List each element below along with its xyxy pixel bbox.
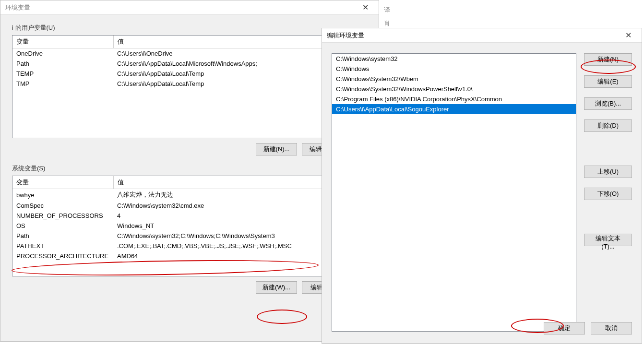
col-header-variable[interactable]: 变量: [12, 36, 113, 48]
dialog-title: 编辑环境变量: [327, 31, 364, 40]
user-new-button[interactable]: 新建(N)...: [256, 143, 297, 155]
edit-button[interactable]: 编辑(E): [584, 75, 632, 88]
var-name-cell: Path: [12, 231, 113, 241]
table-row[interactable]: bwhye八维宏烨，法力无边: [12, 189, 367, 201]
sys-new-button[interactable]: 新建(W)...: [256, 281, 297, 294]
col-header-variable[interactable]: 变量: [12, 176, 113, 189]
delete-button[interactable]: 删除(D): [584, 119, 632, 132]
var-name-cell: NUMBER_OF_PROCESSORS: [12, 211, 113, 221]
browse-button[interactable]: 浏览(B)...: [584, 97, 632, 110]
edit-dialog-bottom-buttons: 确定 取消: [544, 322, 632, 334]
dialog-titlebar: 编辑环境变量 ✕: [322, 28, 642, 43]
system-vars-table[interactable]: 变量 值 bwhye八维宏烨，法力无边ComSpecC:\Windows\sys…: [12, 176, 367, 276]
edit-env-variable-dialog: 编辑环境变量 ✕ C:\Windows\system32C:\WindowsC:…: [322, 28, 642, 344]
move-up-button[interactable]: 上移(U): [584, 166, 632, 178]
dialog-title: 环境变量: [5, 3, 30, 12]
var-name-cell: ComSpec: [12, 201, 113, 211]
table-row[interactable]: TEMPC:\Users\i\AppData\Local\Temp: [12, 69, 367, 79]
table-row[interactable]: PathC:\Windows\system32;C:\Windows;C:\Wi…: [12, 231, 367, 241]
path-list-item[interactable]: C:\Windows\System32\WindowsPowerShell\v1…: [332, 84, 576, 94]
var-name-cell: TEMP: [12, 69, 113, 79]
var-name-cell: OneDrive: [12, 48, 113, 59]
user-vars-buttons: 新建(N)... 编辑(E)...: [12, 143, 367, 155]
var-name-cell: OS: [12, 221, 113, 231]
bg-text: 译: [384, 6, 390, 14]
table-row[interactable]: ComSpecC:\Windows\system32\cmd.exe: [12, 201, 367, 211]
table-row[interactable]: NUMBER_OF_PROCESSORS4: [12, 211, 367, 221]
table-row[interactable]: PathC:\Users\i\AppData\Local\Microsoft\W…: [12, 59, 367, 69]
path-list-item[interactable]: C:\Windows: [332, 64, 576, 74]
path-list[interactable]: C:\Windows\system32C:\WindowsC:\Windows\…: [332, 53, 576, 332]
dialog-titlebar: 环境变量 ✕: [0, 0, 379, 15]
table-row[interactable]: PROCESSOR_ARCHITECTUREAMD64: [12, 251, 367, 261]
var-name-cell: bwhye: [12, 189, 113, 201]
var-name-cell: TMP: [12, 79, 113, 89]
var-name-cell: PROCESSOR_ARCHITECTURE: [12, 251, 113, 261]
path-list-item[interactable]: C:\Windows\system32: [332, 54, 576, 64]
edit-dialog-side-buttons: 新建(N) 编辑(E) 浏览(B)... 删除(D) 上移(U) 下移(O) 编…: [584, 53, 632, 246]
table-row[interactable]: PATHEXT.COM;.EXE;.BAT;.CMD;.VBS;.VBE;.JS…: [12, 241, 367, 251]
new-button[interactable]: 新建(N): [584, 53, 632, 66]
move-down-button[interactable]: 下移(O): [584, 188, 632, 200]
user-vars-table[interactable]: 变量 值 OneDriveC:\Users\i\OneDrivePathC:\U…: [12, 35, 367, 138]
table-row[interactable]: TMPC:\Users\i\AppData\Local\Temp: [12, 79, 367, 89]
close-icon[interactable]: ✕: [356, 1, 375, 14]
table-row[interactable]: OneDriveC:\Users\i\OneDrive: [12, 48, 367, 59]
ok-button[interactable]: 确定: [544, 322, 585, 334]
table-row[interactable]: OSWindows_NT: [12, 221, 367, 231]
cancel-button[interactable]: 取消: [591, 322, 632, 334]
path-list-item[interactable]: C:\Users\i\AppData\Local\SogouExplorer: [332, 104, 576, 114]
close-icon[interactable]: ✕: [619, 29, 638, 42]
edit-text-button[interactable]: 编辑文本(T)...: [584, 234, 632, 246]
bg-text: 肖: [384, 19, 390, 28]
system-vars-buttons: 新建(W)... 编辑(I)...: [12, 281, 367, 294]
var-name-cell: PATHEXT: [12, 241, 113, 251]
var-name-cell: Path: [12, 59, 113, 69]
path-list-item[interactable]: C:\Windows\System32\Wbem: [332, 74, 576, 84]
path-list-item[interactable]: C:\Program Files (x86)\NVIDIA Corporatio…: [332, 94, 576, 104]
